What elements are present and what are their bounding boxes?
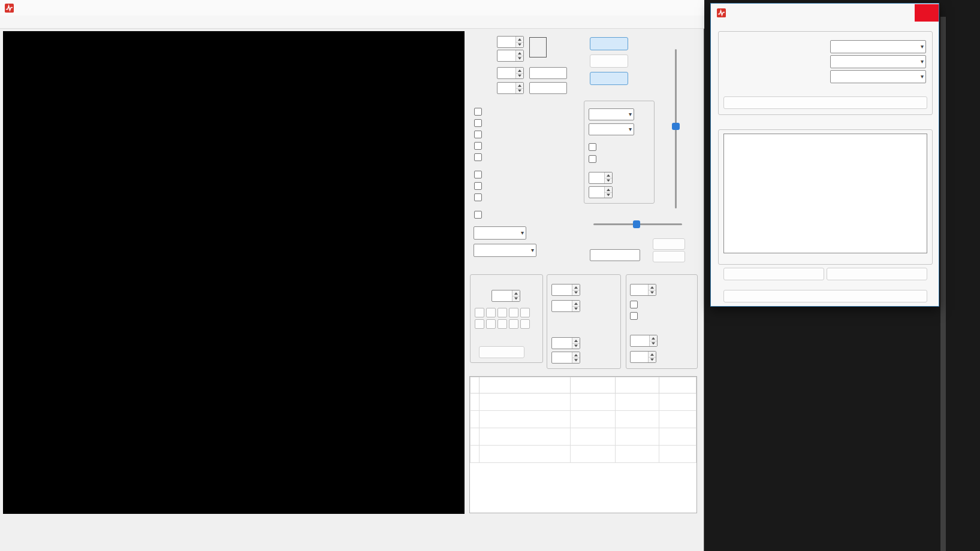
pll-spinbox[interactable] xyxy=(491,290,520,302)
clock-up-button[interactable] xyxy=(520,308,530,317)
spin-down-icon[interactable] xyxy=(512,296,520,302)
clock-up-button[interactable] xyxy=(497,308,507,317)
displayed-checkbox[interactable] xyxy=(474,106,570,117)
other-boards-checkbox[interactable] xyxy=(589,141,599,153)
chan-spinbox[interactable] xyxy=(497,50,524,62)
clock-down-button[interactable] xyxy=(509,319,518,329)
measurement-table[interactable] xyxy=(469,376,697,513)
menu-help[interactable] xyxy=(68,16,79,29)
operation-select[interactable] xyxy=(830,55,926,68)
spin-down-icon[interactable] xyxy=(516,56,523,62)
dialog-minimize-button[interactable] xyxy=(869,4,892,22)
run-button[interactable] xyxy=(590,37,628,50)
spin-down-icon[interactable] xyxy=(572,307,580,312)
trigger-chan-select[interactable] xyxy=(589,123,634,135)
menu-calibration[interactable] xyxy=(14,16,25,29)
table-row[interactable] xyxy=(471,446,696,463)
clock-up-button[interactable] xyxy=(509,308,518,317)
one-mohm-checkbox[interactable] xyxy=(474,129,570,140)
spin-down-icon[interactable] xyxy=(516,43,523,48)
spin-up-icon[interactable] xyxy=(572,352,580,358)
table-row[interactable] xyxy=(471,393,696,411)
fit-fraction-spinbox[interactable] xyxy=(630,335,658,347)
offset-mv-field[interactable] xyxy=(529,67,567,79)
spin-up-icon[interactable] xyxy=(605,187,612,193)
clock-down-button[interactable] xyxy=(475,319,484,329)
lowpass-select[interactable] xyxy=(474,226,526,240)
board-spinbox[interactable] xyxy=(497,36,524,48)
minimize-button[interactable] xyxy=(623,0,650,16)
persist-spinbox[interactable] xyxy=(630,284,656,296)
gain-scale-field[interactable] xyxy=(529,82,567,94)
channel-color-swatch[interactable] xyxy=(529,37,547,57)
show-fft-checkbox[interactable] xyxy=(474,209,570,220)
channel-b-select[interactable] xyxy=(830,70,926,83)
spin-up-icon[interactable] xyxy=(572,284,580,290)
spin-up-icon[interactable] xyxy=(516,50,523,56)
clock-up-button[interactable] xyxy=(475,308,484,317)
slider-handle[interactable] xyxy=(672,123,680,130)
persist-lines-checkbox[interactable] xyxy=(630,299,641,310)
upsample-spinbox[interactable] xyxy=(551,300,580,312)
auto-button[interactable] xyxy=(590,72,628,85)
spin-down-icon[interactable] xyxy=(572,344,580,349)
console-scrollbar[interactable] xyxy=(940,17,946,551)
spin-down-icon[interactable] xyxy=(516,89,523,94)
list-item[interactable] xyxy=(725,144,926,153)
clock-down-button[interactable] xyxy=(497,319,507,329)
menu-advanced[interactable] xyxy=(57,16,68,29)
clock-down-button[interactable] xyxy=(486,319,496,329)
spin-up-icon[interactable] xyxy=(605,172,612,178)
dialog-close-button[interactable] xyxy=(915,4,939,22)
spin-up-icon[interactable] xyxy=(516,37,523,43)
probe-10x-checkbox[interactable] xyxy=(474,140,570,152)
trigger-edge-select[interactable] xyxy=(589,108,634,120)
gain-spinbox[interactable] xyxy=(497,82,524,94)
maximize-button[interactable] xyxy=(650,0,677,16)
spin-down-icon[interactable] xyxy=(572,358,580,364)
dialog-maximize-button[interactable] xyxy=(892,4,915,22)
active-math-list[interactable] xyxy=(723,134,927,253)
persist-average-checkbox[interactable] xyxy=(630,310,641,322)
dialog-close-action-button[interactable] xyxy=(723,290,927,302)
reset-pll-button[interactable] xyxy=(479,346,524,358)
time-scale-field[interactable] xyxy=(590,249,640,261)
clock-down-button[interactable] xyxy=(520,319,530,329)
clock-up-button[interactable] xyxy=(486,308,496,317)
offset-spinbox[interactable] xyxy=(497,67,524,79)
scope-canvas[interactable] xyxy=(3,31,465,514)
external-checkbox[interactable] xyxy=(589,153,599,165)
menu-measurements[interactable] xyxy=(35,16,46,29)
slider-handle[interactable] xyxy=(633,220,640,228)
slower-button[interactable] xyxy=(653,251,685,262)
delay-spinbox[interactable] xyxy=(551,337,580,349)
dialog-title-bar[interactable] xyxy=(711,4,939,22)
spin-up-icon[interactable] xyxy=(516,83,523,89)
spin-down-icon[interactable] xyxy=(572,290,580,296)
spin-up-icon[interactable] xyxy=(516,68,523,74)
delta-spinbox[interactable] xyxy=(589,186,613,198)
spin-up-icon[interactable] xyxy=(650,335,657,341)
antialias-checkbox[interactable] xyxy=(474,152,570,163)
spin-down-icon[interactable] xyxy=(605,178,612,184)
spin-up-icon[interactable] xyxy=(572,338,580,344)
menu-file[interactable] xyxy=(3,16,14,29)
spin-down-icon[interactable] xyxy=(649,358,656,363)
list-item[interactable] xyxy=(725,135,926,144)
ac-coupled-checkbox[interactable] xyxy=(474,117,570,129)
depth-spinbox[interactable] xyxy=(551,284,580,296)
tot-spinbox[interactable] xyxy=(589,172,613,184)
change-color-button[interactable] xyxy=(827,268,927,280)
add-math-channel-button[interactable] xyxy=(723,96,927,109)
remove-selected-button[interactable] xyxy=(723,268,824,280)
title-bar[interactable] xyxy=(0,0,704,16)
faster-button[interactable] xyxy=(653,238,685,250)
spin-down-icon[interactable] xyxy=(650,341,657,347)
line-width-spinbox[interactable] xyxy=(630,351,656,363)
single-button[interactable] xyxy=(590,55,628,68)
table-row[interactable] xyxy=(471,428,696,446)
spin-up-icon[interactable] xyxy=(649,352,656,358)
two-channels-checkbox[interactable] xyxy=(474,169,570,180)
spin-down-icon[interactable] xyxy=(605,193,612,198)
spin-up-icon[interactable] xyxy=(572,301,580,307)
